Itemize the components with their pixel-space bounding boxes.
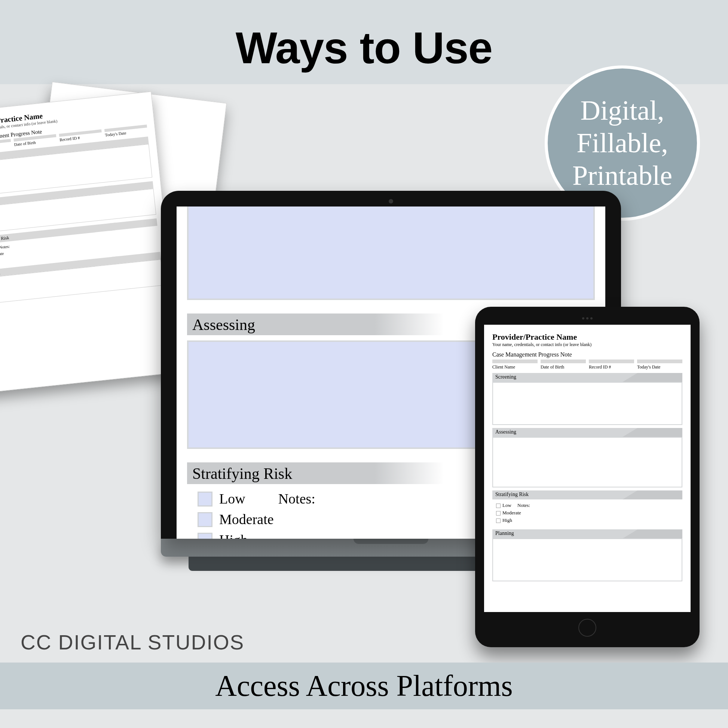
checkbox-moderate[interactable] [197,512,213,527]
fillable-area-top[interactable] [187,206,595,300]
field-client: Client Name [0,139,12,151]
tab-section-assessing: Assessing [492,428,682,437]
tab-checkbox-low[interactable] [496,503,500,508]
brand-label: CC DIGITAL STUDIOS [21,630,244,654]
tab-field-dob: Date of Birth [541,359,586,370]
tab-provider-sub: Your name, credentials, or contact info … [492,342,682,347]
tab-risk-options: Low Notes: Moderate High [492,499,682,526]
tab-field-client: Client Name [492,359,538,370]
risk-notes-label: Notes: [278,489,315,509]
footer-text: Access Across Platforms [215,669,512,703]
badge-line-1: Digital, [580,94,664,127]
tablet-camera [484,317,691,320]
tablet-screen: Provider/Practice Name Your name, creden… [484,325,691,612]
page-title: Ways to Use [0,0,728,73]
tab-form-title: Case Management Progress Note [492,351,682,358]
tab-provider-name: Provider/Practice Name [492,332,682,342]
risk-low-label: Low [219,489,245,509]
paper-sheet-front: Provider/Practice Name Your name, creden… [0,91,181,393]
checkbox-low[interactable] [197,492,213,506]
tablet-home-button[interactable] [578,619,596,637]
tab-field-date: Today's Date [637,359,682,370]
checkbox-high[interactable] [197,533,213,539]
tab-checkbox-high[interactable] [496,518,500,523]
tablet-mockup: Provider/Practice Name Your name, creden… [475,307,700,647]
badge-line-3: Printable [572,159,672,192]
badge-line-2: Fillable, [577,127,668,159]
risk-moderate-label: Moderate [219,509,274,530]
tab-field-row: Client Name Date of Birth Record ID # To… [492,359,682,370]
tab-field-record: Record ID # [589,359,634,370]
tab-section-stratifying: Stratifying Risk [492,491,682,499]
tab-section-planning: Planning [492,529,682,538]
risk-high-label: High [219,530,248,539]
footer-bar: Access Across Platforms [0,662,728,709]
tab-checkbox-moderate[interactable] [496,511,500,515]
tab-section-screening: Screening [492,373,682,382]
